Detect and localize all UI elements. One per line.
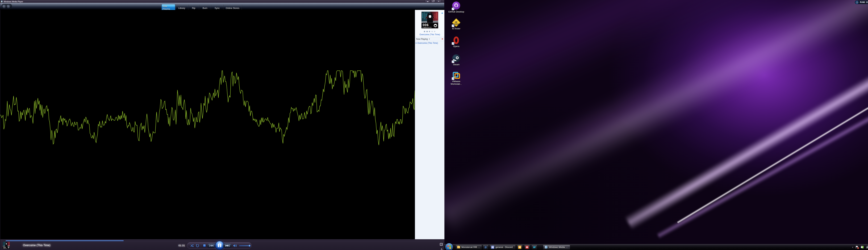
pause-bar-icon: [218, 244, 219, 247]
wmp-icon: [545, 246, 548, 249]
desktop-icon-label: Recycle Bin: [865, 238, 868, 241]
discord-icon: [491, 246, 494, 249]
album-art-band: 006 EMBRACE: [422, 23, 438, 28]
navigation-buttons: ← →: [2, 4, 12, 9]
tab-label: Library: [178, 7, 185, 9]
wmp-toolbar: ← → Now Playing Library Rip Burn Sync On…: [0, 3, 444, 10]
taskbar-button-mail-app[interactable]: @: [483, 245, 489, 249]
taskbar-button-label: general - Discord: [495, 246, 513, 248]
opera-icon: ↗: [452, 36, 460, 44]
now-playing-thumbnail: 006 EMBRACE: [3, 242, 10, 249]
wmp-window: Windows Media Player × ← → Now Playing L…: [0, 0, 444, 250]
performance-overlay: ▥ RAM: 13% CPU: 7% +: [855, 0, 868, 4]
desktop-icon-github-desktop[interactable]: ↗ GitHub Desktop: [446, 1, 466, 13]
album-name: EMBRACE: [3, 248, 7, 249]
album-art-character: [427, 14, 433, 23]
wmp-titlebar[interactable]: Windows Media Player ×: [0, 0, 444, 3]
discord-canary-icon: [526, 246, 529, 249]
now-playing-pane: ➜ 006 EMBRACE: [415, 10, 444, 239]
switch-to-compact-mode-button[interactable]: ↙: [441, 247, 443, 250]
ietester-icon: IE TESTER ↗: [452, 19, 460, 27]
wallpaper-vignette: [444, 0, 868, 250]
panel-arrow-icon[interactable]: ➜: [441, 12, 443, 14]
start-button[interactable]: [445, 243, 453, 250]
queue-item[interactable]: Overcome (This Time): [415, 41, 444, 45]
tab-label: Online Stores: [226, 7, 239, 9]
elapsed-time: 01:31: [179, 244, 185, 247]
folder-icon: [457, 246, 460, 248]
tab-label: Burn: [203, 7, 207, 9]
repeat-button[interactable]: [196, 244, 199, 247]
desktop-icon-label: VMware Workstati...: [446, 80, 466, 85]
monitor-gauge-icon[interactable]: ▥: [856, 1, 859, 4]
taskbar-button-discord[interactable]: general - Discord: [490, 245, 516, 249]
album-name: EMBRACE: [423, 27, 432, 28]
previous-button[interactable]: [207, 243, 216, 248]
close-pane-icon[interactable]: ✕: [441, 38, 443, 40]
forward-button[interactable]: →: [6, 4, 10, 8]
queue-item-title: Overcome (This Time): [417, 42, 438, 44]
volume-knob[interactable]: [248, 245, 251, 247]
tab-label: Sync: [215, 7, 220, 9]
album-number: 006: [423, 23, 429, 27]
now-playing-indicator-icon: [416, 42, 416, 44]
ram-usage: RAM: 13%: [860, 1, 868, 3]
pause-button[interactable]: [215, 241, 224, 250]
desktop-icon-label: IETester: [446, 27, 466, 30]
wmp-app-icon: [1, 1, 3, 2]
network-icon[interactable]: [866, 246, 868, 249]
close-button[interactable]: ×: [436, 0, 441, 2]
scope-waveform: [0, 10, 415, 239]
playlist-title[interactable]: Now Playing: [416, 38, 428, 40]
shortcut-arrow-icon: ↗: [452, 25, 454, 27]
shortcut-arrow-icon: ↗: [452, 60, 454, 63]
ietester-tester-text: TESTER: [454, 24, 459, 25]
shuffle-button[interactable]: [190, 244, 194, 247]
error-badge-icon: ×: [857, 247, 859, 249]
next-button[interactable]: [223, 243, 232, 248]
rating-stars[interactable]: ★★★★★★★★★★: [424, 30, 436, 33]
taskbar-button-discord-ptb[interactable]: [517, 245, 523, 249]
minimize-button[interactable]: [425, 0, 430, 2]
shortcut-arrow-icon: ↗: [452, 42, 454, 45]
current-track-link[interactable]: Overcome (This Time): [415, 33, 444, 36]
visualization-area[interactable]: [0, 10, 415, 239]
system-tray: ‹ × 19:09:24: [852, 244, 868, 250]
desktop-icon-label: GitHub Desktop: [446, 10, 466, 13]
taskbar-button-monstercat-folder[interactable]: Monstercat 006 - Em...: [456, 245, 482, 249]
desktop-wallpaper: ↗ GitHub Desktop IE TESTER ↗ IETester ↗ …: [444, 0, 868, 250]
volume-slider[interactable]: [239, 246, 250, 246]
back-button[interactable]: ←: [2, 4, 6, 8]
seek-bar[interactable]: [5, 240, 442, 241]
taskbar-button-label: Monstercat 006 - Em...: [461, 246, 480, 248]
taskbar-button-wmp[interactable]: Windows Media Player: [543, 245, 570, 249]
desktop-icon-label: Opera: [446, 45, 466, 48]
vmware-workstation-icon: ↗: [452, 71, 460, 80]
chevron-down-icon[interactable]: ▼: [429, 38, 430, 40]
action-center-flag-icon[interactable]: ×: [856, 246, 859, 249]
desktop-icon-label: Steam: [446, 63, 466, 66]
pause-bar-icon: [220, 244, 221, 247]
desktop-icon-steam[interactable]: ↗ Steam: [446, 54, 466, 66]
restore-button[interactable]: [430, 0, 436, 2]
tray-expand-chevron-icon[interactable]: ‹: [852, 246, 853, 249]
stop-button[interactable]: [203, 244, 206, 247]
playlist-header: Now Playing ▼ ✕: [415, 37, 444, 41]
desktop-icon-recycle-bin[interactable]: ♻ Recycle Bin: [865, 229, 868, 241]
now-playing-title: Overcome (This Time): [23, 244, 50, 247]
playback-controls: [187, 242, 252, 249]
github-desktop-icon: ↗: [452, 2, 460, 10]
taskbar-button-w-app[interactable]: W: [532, 245, 537, 249]
ietester-ie-text: IE: [455, 21, 458, 24]
steam-icon: ↗: [452, 54, 460, 63]
monstercat-logo-icon: [433, 24, 437, 27]
tab-label: Rip: [192, 7, 195, 9]
desktop-icon-vmware-workstation[interactable]: ↗ VMware Workstati...: [446, 71, 466, 85]
desktop-icon-ietester[interactable]: IE TESTER ↗ IETester: [446, 19, 466, 30]
desktop-icon-opera[interactable]: ↗ Opera: [446, 36, 466, 48]
mute-button[interactable]: [233, 244, 237, 247]
view-full-screen-button[interactable]: ↗: [440, 243, 443, 246]
taskbar: Monstercat 006 - Em... @ general - Disco…: [444, 244, 868, 250]
taskbar-button-discord-canary[interactable]: [524, 245, 530, 249]
power-plug-icon[interactable]: [861, 246, 864, 249]
